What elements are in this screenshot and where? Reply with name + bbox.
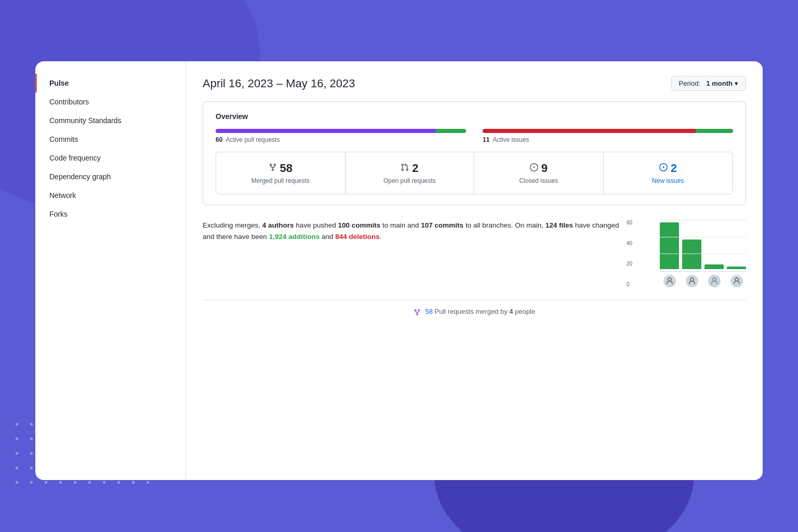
footer-line: 58 Pull requests merged by 4 people (203, 300, 746, 316)
open-pr-number: 2 (356, 162, 464, 175)
avatar-0 (663, 275, 676, 287)
dot (147, 481, 149, 484)
sidebar-item-label: Community Standards (49, 116, 122, 125)
pull-requests-bar-group: 60 Active pull requests (216, 129, 466, 143)
sidebar-item-label: Forks (49, 210, 68, 218)
date-range: April 16, 2023 – May 16, 2023 (203, 77, 355, 90)
open-pr-label: Open pull requests (356, 177, 464, 184)
dot (30, 437, 33, 440)
y-label-20: 20 (627, 261, 632, 267)
sidebar-item-label: Contributors (49, 98, 89, 106)
sidebar-item-code-frequency[interactable]: Code frequency (35, 149, 185, 167)
pull-requests-label: 60 Active pull requests (216, 136, 466, 143)
dot (45, 481, 47, 484)
issues-bar-group: 11 Active issues (483, 129, 733, 143)
merged-pr-label: Merged pull requests (227, 177, 335, 184)
chart-y-labels: 60 40 20 0 (627, 220, 632, 287)
dot (30, 452, 33, 455)
issues-bar-green (696, 129, 733, 133)
avatar-2 (708, 275, 721, 287)
footer-people-count: 4 (509, 308, 513, 315)
stats-grid: 58 Merged pull requests 2 Open pull (216, 152, 733, 194)
files-changed-count: 124 files (546, 221, 573, 229)
period-dropdown-button[interactable]: Period: 1 month ▾ (671, 76, 746, 91)
closed-issues-count: 9 (541, 162, 548, 175)
overview-box: Overview 60 Active pull requests (203, 101, 746, 205)
dot (16, 467, 18, 469)
sidebar-item-commits[interactable]: Commits (35, 130, 185, 149)
y-label-40: 40 (627, 241, 632, 246)
merged-pr-number: 58 (227, 162, 335, 175)
dot (88, 481, 91, 484)
pull-requests-count: 60 (216, 136, 222, 143)
main-header: April 16, 2023 – May 16, 2023 Period: 1 … (203, 76, 746, 91)
stat-merged-pr: 58 Merged pull requests (216, 152, 345, 194)
open-pr-icon (401, 163, 409, 174)
sidebar-item-contributors[interactable]: Contributors (35, 92, 185, 111)
period-label: Period: (679, 79, 700, 87)
commit-authors-count: 4 authors (262, 221, 294, 229)
footer-text-span: Pull requests merged by (435, 308, 508, 315)
footer-merge-icon (414, 308, 424, 315)
pull-requests-bar-green (436, 129, 466, 133)
sidebar-item-network[interactable]: Network (35, 186, 185, 205)
sidebar: Pulse Contributors Community Standards C… (35, 61, 186, 480)
dot (103, 481, 105, 484)
chevron-down-icon: ▾ (735, 79, 738, 87)
to-main: to main and (382, 221, 419, 229)
issues-bar-track (483, 129, 733, 133)
sidebar-item-pulse[interactable]: Pulse (35, 74, 185, 92)
closed-issues-icon (530, 163, 538, 174)
issues-label: 11 Active issues (483, 136, 733, 143)
merged-pr-count: 58 (280, 162, 292, 175)
dot (117, 481, 120, 484)
commit-intro: Excluding merges, (203, 221, 260, 229)
overview-title: Overview (216, 112, 733, 121)
issues-bar-red (483, 129, 696, 133)
commits-chart: 60 40 20 0 (642, 220, 746, 287)
pushed-text: have pushed (296, 221, 336, 229)
avatar-3 (730, 275, 743, 287)
new-issues-number: 2 (614, 162, 723, 175)
merge-icon (269, 163, 277, 174)
issues-count: 11 (483, 136, 489, 143)
sidebar-item-dependency-graph[interactable]: Dependency graph (35, 167, 185, 186)
chart-label-0 (660, 275, 679, 287)
progress-bars-row: 60 Active pull requests 11 Active issues (216, 129, 733, 143)
stat-closed-issues: 9 Closed issues (474, 152, 604, 194)
commits-main-count: 100 commits (338, 221, 380, 229)
open-pr-count: 2 (412, 162, 418, 175)
chart-label-3 (727, 275, 746, 287)
dot (74, 481, 76, 484)
commits-all-count: 107 commits (421, 221, 463, 229)
dot (30, 423, 33, 425)
dot (30, 467, 33, 469)
avatar-1 (686, 275, 698, 287)
new-issues-count: 2 (671, 162, 677, 175)
y-label-0: 0 (627, 282, 632, 287)
pull-requests-bar-purple (216, 129, 436, 133)
dot (59, 481, 62, 484)
sidebar-item-community-standards[interactable]: Community Standards (35, 111, 185, 130)
chart-bar-1 (682, 240, 701, 269)
y-label-60: 60 (627, 220, 632, 225)
footer-people-label: people (515, 308, 535, 315)
chart-bar-2 (704, 264, 724, 270)
dot (16, 452, 18, 455)
commit-description: Excluding merges, 4 authors have pushed … (203, 220, 626, 242)
sidebar-item-forks[interactable]: Forks (35, 205, 185, 223)
additions-count: 1,924 additions (269, 233, 320, 241)
stat-open-pr: 2 Open pull requests (345, 152, 475, 194)
chart-bar-3 (727, 267, 746, 269)
dot (30, 481, 33, 484)
sidebar-item-label: Network (49, 191, 76, 200)
and-text: and (322, 233, 334, 241)
stat-new-issues: 2 New issues (604, 152, 733, 194)
chart-label-2 (704, 275, 724, 287)
issues-text: Active issues (493, 136, 529, 143)
new-issues-label: New issues (614, 177, 723, 184)
chart-labels (660, 275, 746, 287)
pull-requests-bar-track (216, 129, 466, 133)
dot (132, 481, 135, 484)
commits-section: Excluding merges, 4 authors have pushed … (203, 220, 746, 287)
